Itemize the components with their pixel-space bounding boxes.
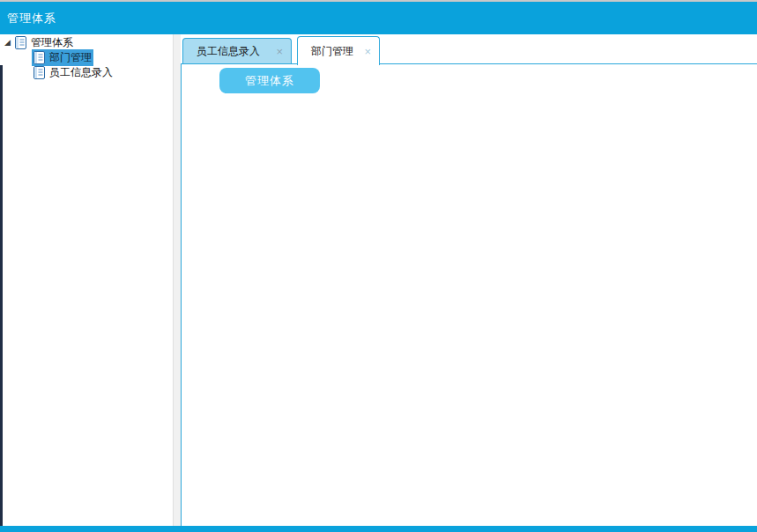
tree-node-employee-info-entry[interactable]: 员工信息录入 bbox=[33, 65, 115, 80]
page-title: 管理体系 bbox=[0, 11, 56, 26]
management-system-button[interactable]: 管理体系 bbox=[219, 68, 320, 93]
document-icon bbox=[33, 51, 45, 64]
tree-node-label-employee[interactable]: 员工信息录入 bbox=[48, 64, 115, 81]
document-icon bbox=[33, 66, 45, 79]
panel-splitter[interactable] bbox=[174, 34, 181, 526]
document-icon bbox=[15, 36, 26, 49]
tree-node-department-management[interactable]: 部门管理 bbox=[32, 50, 93, 65]
bottom-status-bar bbox=[0, 526, 757, 532]
tab-close-icon[interactable]: × bbox=[364, 46, 379, 57]
tab-label[interactable]: 部门管理 bbox=[298, 44, 353, 59]
tab-department-management[interactable]: 部门管理 × bbox=[297, 36, 380, 65]
tree-expand-icon[interactable]: ◢ bbox=[4, 39, 15, 47]
tab-label[interactable]: 员工信息录入 bbox=[183, 44, 260, 59]
navigation-tree-panel: ◢ 管理体系 bbox=[0, 34, 174, 526]
tree-node-root[interactable]: ◢ 管理体系 bbox=[4, 35, 75, 50]
app-window: 管理体系 ◢ 管理体系 bbox=[0, 0, 757, 532]
title-bar: 管理体系 bbox=[0, 2, 757, 34]
window-left-edge bbox=[0, 65, 3, 527]
tab-close-icon[interactable]: × bbox=[276, 46, 291, 57]
tab-employee-info-entry[interactable]: 员工信息录入 × bbox=[182, 38, 292, 63]
tab-content-panel: 管理体系 bbox=[181, 63, 757, 526]
